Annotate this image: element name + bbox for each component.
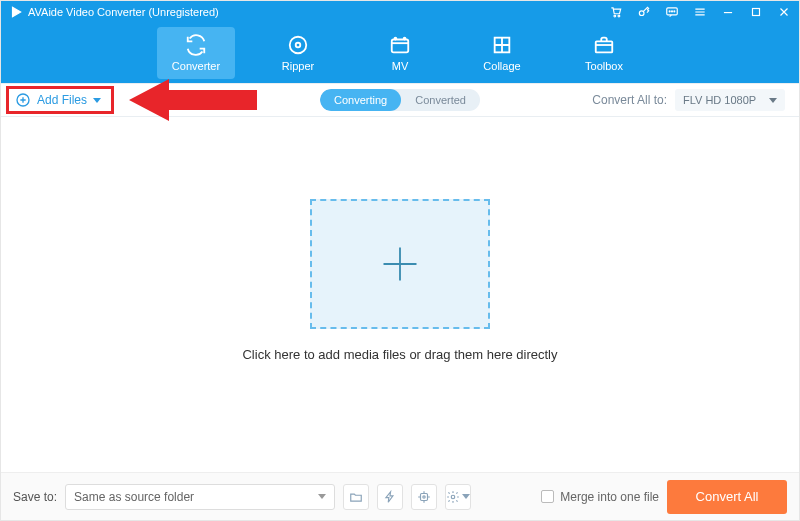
svg-point-20 bbox=[451, 495, 455, 499]
maximize-icon[interactable] bbox=[749, 5, 763, 19]
nav-collage[interactable]: Collage bbox=[463, 27, 541, 79]
mv-icon bbox=[389, 34, 411, 56]
footer-bar: Save to: Same as source folder Merge int… bbox=[1, 472, 799, 520]
svg-rect-18 bbox=[421, 493, 428, 500]
nav-collage-label: Collage bbox=[483, 60, 520, 72]
nav-converter-label: Converter bbox=[172, 60, 220, 72]
svg-point-2 bbox=[618, 15, 620, 17]
output-format-value: FLV HD 1080P bbox=[683, 94, 756, 106]
tab-converted-label: Converted bbox=[415, 94, 466, 106]
svg-point-12 bbox=[395, 38, 397, 40]
merge-checkbox[interactable]: Merge into one file bbox=[541, 490, 659, 504]
svg-point-7 bbox=[674, 11, 675, 12]
add-files-label: Add Files bbox=[37, 93, 87, 107]
key-icon[interactable] bbox=[637, 5, 651, 19]
svg-point-6 bbox=[672, 11, 673, 12]
svg-point-3 bbox=[639, 11, 644, 16]
output-format-select[interactable]: FLV HD 1080P bbox=[675, 89, 785, 111]
chevron-down-icon bbox=[769, 98, 777, 103]
main-nav: Converter Ripper MV Collage Toolbox bbox=[1, 23, 799, 83]
tab-converting[interactable]: Converting bbox=[320, 89, 401, 111]
plus-icon bbox=[378, 242, 422, 286]
sub-bar: Add Files Converting Converted Convert A… bbox=[1, 83, 799, 117]
chevron-down-icon bbox=[93, 98, 101, 103]
status-tabs: Converting Converted bbox=[320, 89, 480, 111]
nav-toolbox[interactable]: Toolbox bbox=[565, 27, 643, 79]
content-area: Click here to add media files or drag th… bbox=[1, 117, 799, 444]
save-path-select[interactable]: Same as source folder bbox=[65, 484, 335, 510]
settings-button[interactable] bbox=[445, 484, 471, 510]
nav-ripper-label: Ripper bbox=[282, 60, 314, 72]
drop-zone[interactable] bbox=[310, 199, 490, 329]
save-path-value: Same as source folder bbox=[74, 490, 194, 504]
svg-marker-0 bbox=[13, 7, 21, 16]
nav-toolbox-label: Toolbox bbox=[585, 60, 623, 72]
nav-mv-label: MV bbox=[392, 60, 409, 72]
window-controls bbox=[609, 5, 791, 19]
high-speed-button[interactable] bbox=[411, 484, 437, 510]
ripper-icon bbox=[287, 34, 309, 56]
close-icon[interactable] bbox=[777, 5, 791, 19]
converter-icon bbox=[185, 34, 207, 56]
collage-icon bbox=[491, 34, 513, 56]
cart-icon[interactable] bbox=[609, 5, 623, 19]
add-files-button[interactable]: Add Files bbox=[15, 92, 101, 108]
nav-converter[interactable]: Converter bbox=[157, 27, 235, 79]
plus-circle-icon bbox=[15, 92, 31, 108]
save-to-label: Save to: bbox=[13, 490, 57, 504]
chevron-down-icon bbox=[318, 494, 326, 499]
tab-converted[interactable]: Converted bbox=[401, 89, 480, 111]
app-logo-title: AVAide Video Converter (Unregistered) bbox=[9, 5, 219, 19]
chevron-down-icon bbox=[462, 494, 470, 499]
svg-point-5 bbox=[669, 11, 670, 12]
tab-converting-label: Converting bbox=[334, 94, 387, 106]
chip-icon bbox=[417, 490, 431, 504]
svg-point-9 bbox=[290, 37, 307, 54]
lightning-icon bbox=[383, 490, 397, 504]
convert-all-label: Convert All bbox=[696, 489, 759, 504]
gear-icon bbox=[446, 490, 460, 504]
svg-point-1 bbox=[614, 15, 616, 17]
svg-point-13 bbox=[404, 38, 406, 40]
checkbox-box bbox=[541, 490, 554, 503]
nav-mv[interactable]: MV bbox=[361, 27, 439, 79]
minimize-icon[interactable] bbox=[721, 5, 735, 19]
app-logo-icon bbox=[9, 5, 23, 19]
svg-rect-8 bbox=[753, 9, 760, 16]
feedback-icon[interactable] bbox=[665, 5, 679, 19]
svg-point-19 bbox=[423, 495, 425, 497]
title-bar: AVAide Video Converter (Unregistered) bbox=[1, 1, 799, 23]
hw-accel-button[interactable] bbox=[377, 484, 403, 510]
convert-all-button[interactable]: Convert All bbox=[667, 480, 787, 514]
nav-ripper[interactable]: Ripper bbox=[259, 27, 337, 79]
svg-rect-15 bbox=[596, 41, 613, 52]
convert-all-to-label: Convert All to: bbox=[592, 93, 667, 107]
toolbox-icon bbox=[593, 34, 615, 56]
svg-point-10 bbox=[296, 43, 301, 48]
window-title: AVAide Video Converter (Unregistered) bbox=[28, 6, 219, 18]
menu-icon[interactable] bbox=[693, 5, 707, 19]
svg-rect-11 bbox=[392, 40, 409, 53]
drop-zone-label: Click here to add media files or drag th… bbox=[242, 347, 557, 362]
merge-label: Merge into one file bbox=[560, 490, 659, 504]
open-folder-button[interactable] bbox=[343, 484, 369, 510]
folder-icon bbox=[349, 490, 363, 504]
